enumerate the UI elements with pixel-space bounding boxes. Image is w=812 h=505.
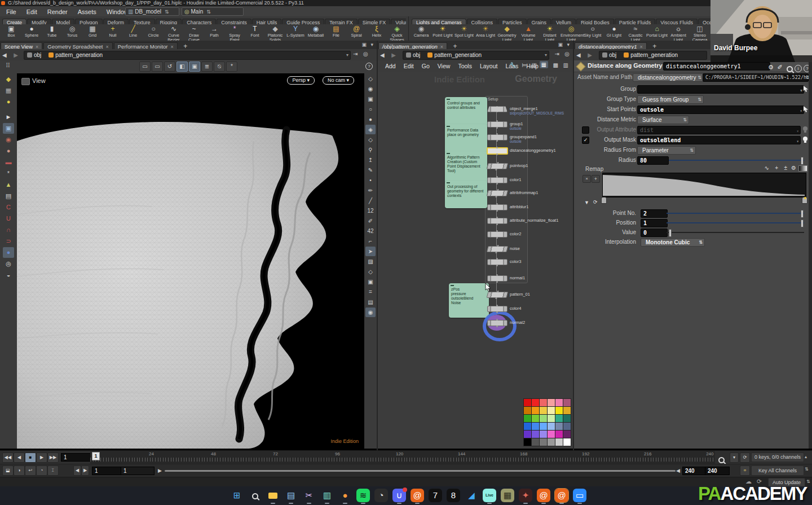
go-to-start-button[interactable]: ◀◀	[2, 453, 14, 463]
sticky-note[interactable]: zPos pressure outsoleBlend Noise	[449, 283, 489, 318]
houdini-icon[interactable]: @	[411, 489, 424, 502]
shelf-tab-create[interactable]: Create	[2, 19, 27, 24]
shelf-tool-curve-bezier[interactable]: ∿Curve Bezier	[164, 24, 184, 41]
shelf-tab-model[interactable]: Model	[52, 19, 75, 24]
viewport-left-tool-15[interactable]: ●	[3, 247, 14, 258]
tick-settings-icon[interactable]: ⌶	[47, 466, 59, 476]
layout-selector[interactable]: ◎ Main⇅	[182, 7, 244, 16]
back-arrow-icon[interactable]: ◀	[574, 50, 583, 61]
path-root-chip[interactable]: obj	[403, 51, 423, 59]
shelf-tab-guide-process[interactable]: Guide Process	[282, 19, 324, 24]
shelf-tool-null[interactable]: +Null	[103, 24, 123, 38]
spotify-icon[interactable]: ≋	[356, 489, 370, 502]
shelf-tab-rigging[interactable]: Rigging	[156, 19, 182, 24]
path-node-chip[interactable]: pattern_generation	[425, 51, 484, 59]
graph-node-attribute_normalize_float1[interactable]	[487, 218, 508, 224]
palette-color-swatch[interactable]	[540, 431, 547, 438]
palette-color-swatch[interactable]	[532, 431, 539, 438]
palette-color-swatch[interactable]	[563, 407, 571, 414]
go-to-end-button[interactable]: ▶▶	[47, 453, 59, 463]
pin-icon[interactable]: ⇥	[353, 51, 358, 57]
frame-ruler[interactable]: 24487296120144168192216240 1	[90, 451, 715, 464]
range-start-sub-field[interactable]: 1	[121, 467, 155, 475]
forward-arrow-icon[interactable]: ▶	[11, 50, 20, 61]
realtime-toggle-icon[interactable]: ◔	[36, 466, 47, 476]
flip-icon[interactable]: ↩	[25, 466, 36, 476]
pane-menu-icon[interactable]: ▣	[361, 42, 367, 47]
viewport-left-tool-5[interactable]: ◉	[3, 134, 14, 145]
viewport-right-tool-20[interactable]: ▣	[365, 277, 376, 287]
range-slide-right-icon[interactable]: ▶	[81, 466, 89, 476]
network-path-field[interactable]: obj pattern_generation ▾	[403, 51, 549, 60]
group-field[interactable]: ▾	[637, 85, 804, 94]
camera-selector[interactable]: No cam ▾	[323, 76, 354, 85]
network-menu-add[interactable]: Add	[381, 60, 400, 72]
viewport-left-tool-2[interactable]: ●	[3, 96, 14, 107]
graph-node-color2[interactable]	[487, 231, 508, 238]
obs-icon[interactable]: ◔	[374, 489, 388, 502]
palette-color-swatch[interactable]	[563, 415, 571, 422]
palette-color-swatch[interactable]	[524, 423, 531, 430]
shelf-tool-path[interactable]: →Path	[204, 24, 224, 38]
graph-node-normal2[interactable]	[487, 320, 508, 326]
viewport-left-tool-1[interactable]: ▦	[3, 85, 14, 96]
group-type-select[interactable]: Guess from Group⇅	[637, 95, 704, 104]
range-slide-left-icon[interactable]: ◀	[73, 466, 81, 476]
shelf-tab-collisions[interactable]: Collisions	[467, 19, 498, 24]
output-attribute-field[interactable]: dist▾	[637, 126, 801, 134]
viewport-right-tool-19[interactable]: ◇	[365, 267, 376, 276]
viewport-right-tool-3[interactable]: ○	[365, 104, 376, 114]
discord-icon[interactable]: ∪	[392, 489, 406, 502]
shelf-tab-polygon[interactable]: Polygon	[75, 19, 103, 24]
palette-color-swatch[interactable]	[555, 431, 563, 438]
palette-color-swatch[interactable]	[548, 431, 555, 438]
radius-from-select[interactable]: Parameter⇅	[637, 146, 696, 155]
network-menu-view[interactable]: View	[434, 60, 454, 72]
viewport-right-tool-16[interactable]: ⌐	[365, 236, 376, 246]
shelf-tool-sphere[interactable]: ●Sphere	[21, 24, 42, 38]
palette-color-swatch[interactable]	[524, 415, 531, 422]
keys-expand-icon[interactable]: ▴	[805, 454, 807, 459]
node-color-palette[interactable]	[523, 398, 571, 446]
viewport-right-tool-15[interactable]: 42	[365, 226, 376, 236]
viewport-left-tool-9[interactable]: ▲	[3, 179, 14, 190]
ableton-live-icon[interactable]: Live	[483, 489, 496, 502]
point-no-slider-handle[interactable]	[801, 210, 804, 218]
distance-metric-select[interactable]: Surface⇅	[637, 116, 689, 124]
shelf-tab-rigid-bodies[interactable]: Rigid Bodies	[576, 19, 614, 24]
ramp-add-point-button[interactable]: +	[592, 175, 600, 183]
key-icon[interactable]: ¤	[740, 466, 750, 476]
shelf-tool-helix[interactable]: ξHelix	[367, 24, 387, 38]
current-frame-field[interactable]: 1	[61, 453, 94, 462]
shelf-tool-file[interactable]: ▤File	[326, 24, 346, 38]
path-dropdown-icon[interactable]: ▾	[545, 51, 547, 59]
network-menu-tools[interactable]: Tools	[454, 60, 476, 72]
viewport-right-tool-14[interactable]: ✐	[365, 216, 376, 226]
asset-name-select[interactable]: distancealonggeometry⇅	[633, 73, 704, 82]
viewport-toolbar-icon-1[interactable]: ▭	[152, 62, 163, 72]
palette-color-swatch[interactable]	[555, 407, 563, 414]
viewport-right-tool-7[interactable]: ⚲	[365, 145, 376, 155]
houdini-active-icon[interactable]: @	[555, 489, 568, 502]
viewport-right-tool-10[interactable]: •	[365, 175, 376, 185]
graph-node-object_merge1[interactable]	[487, 106, 508, 112]
range-handle-left[interactable]: ▶	[158, 468, 162, 473]
substance-icon[interactable]: ▦	[501, 489, 514, 502]
palette-color-swatch[interactable]	[532, 407, 539, 414]
shelf-tab-oceans[interactable]: Oceans	[698, 19, 712, 24]
auto-key-icon[interactable]: ◑	[14, 466, 25, 476]
shelf-tool-gi-light[interactable]: ●GI Light	[603, 24, 625, 38]
shelf-tool-caustic-light[interactable]: ≈Caustic Light	[625, 24, 646, 41]
start-points-field[interactable]: outsole▾	[637, 106, 804, 114]
palette-color-swatch[interactable]	[555, 423, 563, 430]
palette-color-swatch[interactable]	[532, 399, 539, 406]
palette-color-swatch[interactable]	[524, 438, 531, 446]
timeline-options-dropdown[interactable]: ▾	[730, 453, 739, 463]
shelf-tab-constraints[interactable]: Constraints	[217, 19, 251, 24]
viewport-right-tool-8[interactable]: ↥	[365, 155, 376, 165]
viewport-right-tool-2[interactable]: ▣	[365, 94, 376, 104]
viewport-right-tool-12[interactable]: ╱	[365, 196, 376, 205]
notepad-icon[interactable]: ▤	[284, 489, 298, 502]
menu-item-render[interactable]: Render	[42, 7, 73, 17]
menu-item-file[interactable]: File	[1, 7, 21, 17]
